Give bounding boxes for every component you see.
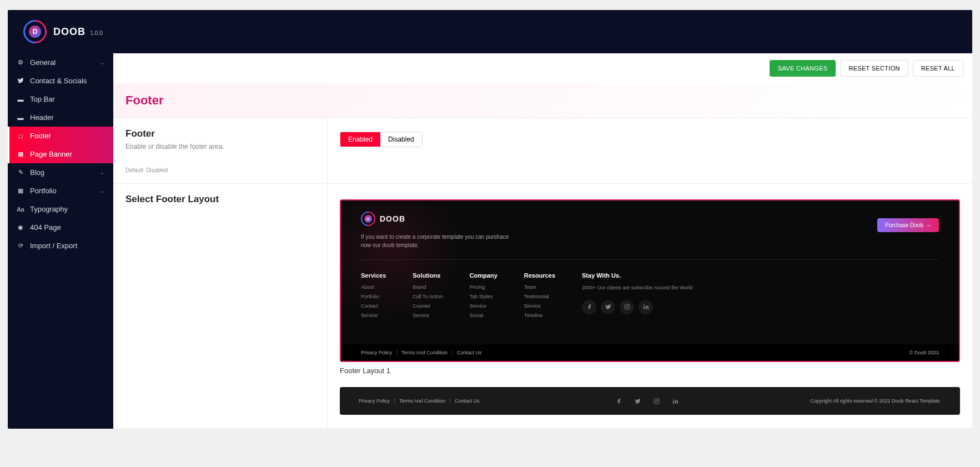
preview-link[interactable]: Team (524, 284, 555, 290)
toggle-footer-enable: Enabled Disabled (340, 132, 423, 147)
preview2-copyright: Copyright All rights reserved © 2022 Doo… (810, 398, 941, 404)
sidebar-item-404[interactable]: ◉ 404 Page (8, 218, 113, 237)
facebook-icon[interactable] (582, 300, 596, 314)
facebook-icon[interactable] (612, 394, 626, 408)
laptop-icon: □ (17, 133, 24, 139)
social-icons-2 (612, 394, 683, 408)
minus-icon: ▬ (17, 96, 24, 103)
sidebar-item-header[interactable]: ▬ Header (8, 108, 113, 127)
preview-logo: D DOOB (361, 212, 516, 226)
preview-link[interactable]: Contact (361, 303, 386, 309)
edit-icon: ✎ (17, 169, 24, 176)
option-title: Footer (125, 128, 315, 139)
toggle-disabled[interactable]: Disabled (380, 132, 422, 147)
layout-preview-1[interactable]: D DOOB If you want to create a corporate… (340, 199, 960, 415)
sidebar-item-label: Import / Export (30, 242, 77, 250)
preview-link[interactable]: Social (470, 313, 497, 318)
twitter-icon[interactable] (601, 300, 615, 314)
linkedin-icon[interactable] (639, 300, 653, 314)
sidebar-item-topbar[interactable]: ▬ Top Bar (8, 90, 113, 108)
preview-copyright: © Doob 2022 (909, 350, 939, 355)
col-stay: Stay With Us. 2000+ Our clients are subs… (582, 272, 939, 322)
section-title: Footer (113, 83, 972, 118)
footer-link[interactable]: Terms And Condition (397, 350, 453, 355)
image-icon: ▦ (17, 150, 24, 158)
sidebar-item-label: 404 Page (30, 223, 61, 232)
sidebar-item-typography[interactable]: Aa Typography (8, 200, 113, 218)
footer-link[interactable]: Privacy Policy (361, 350, 397, 355)
toggle-enabled[interactable]: Enabled (340, 132, 380, 147)
option-footer-enable: Footer Enable or disable the footer area… (113, 118, 972, 184)
footer-link[interactable]: Contact Us (450, 398, 484, 404)
eye-icon: ◉ (17, 224, 24, 231)
twitter-icon (17, 77, 24, 85)
main-content: SAVE CHANGES RESET SECTION RESET ALL Foo… (113, 53, 972, 429)
col-title: Resources (524, 272, 555, 279)
option-desc: Enable or disable the footer area. (125, 143, 315, 150)
svg-rect-3 (654, 398, 659, 403)
refresh-icon: ⟳ (17, 242, 24, 249)
preview-link[interactable]: Timeline (524, 313, 555, 318)
preview-link[interactable]: Service (524, 303, 555, 309)
linkedin-icon[interactable] (669, 394, 683, 408)
preview-link[interactable]: Call To Action (413, 294, 443, 299)
minus-icon: ▬ (17, 114, 24, 121)
preview-link[interactable]: Service (413, 313, 443, 318)
preview-link[interactable]: Testimonial (524, 294, 555, 299)
footer-link[interactable]: Privacy Policy (359, 398, 395, 404)
sidebar-item-label: Typography (30, 205, 68, 213)
logo: D DOOB 1.0.0 (23, 20, 103, 43)
sidebar-item-label: Page Banner (30, 150, 72, 158)
footer-link[interactable]: Contact Us (453, 350, 486, 355)
sidebar-item-footer[interactable]: □ Footer (8, 127, 113, 145)
preview-bottom-bar: Privacy Policy Terms And Condition Conta… (341, 344, 959, 361)
preview-link[interactable]: Pricing (470, 284, 497, 290)
save-button[interactable]: SAVE CHANGES (770, 60, 836, 77)
sidebar-item-contact[interactable]: Contact & Socials (8, 72, 113, 90)
app-version: 1.0.0 (90, 30, 102, 36)
preview-link[interactable]: Brand (413, 284, 443, 290)
sidebar-item-label: General (30, 58, 56, 67)
app-header: D DOOB 1.0.0 (8, 10, 972, 53)
footer-preview-card-2[interactable]: Privacy Policy Terms And Condition Conta… (340, 387, 960, 415)
preview-footer-links: Privacy Policy Terms And Condition Conta… (361, 350, 486, 355)
sidebar-item-blog[interactable]: ✎ Blog ⌄ (8, 163, 113, 182)
preview-link[interactable]: Service (470, 303, 497, 309)
col-company: Company Pricing Tab Styles Service Socia… (470, 272, 497, 322)
twitter-icon[interactable] (631, 394, 645, 408)
footer-preview-card-1: D DOOB If you want to create a corporate… (340, 199, 960, 362)
arrow-right-icon: → (926, 222, 931, 228)
preview-link[interactable]: About (361, 284, 386, 290)
svg-point-1 (626, 306, 628, 308)
sidebar: ⚙ General ⌄ Contact & Socials ▬ Top Bar … (8, 53, 113, 429)
preview-link[interactable]: Counter (413, 303, 443, 309)
sidebar-item-import-export[interactable]: ⟳ Import / Export (8, 237, 113, 255)
reset-section-button[interactable]: RESET SECTION (840, 60, 908, 77)
instagram-icon[interactable] (650, 394, 664, 408)
option-footer-layout: Select Footer Layout D DOOB I (113, 184, 972, 429)
col-solutions: Solutions Brand Call To Action Counter S… (413, 272, 443, 322)
sidebar-item-general[interactable]: ⚙ General ⌄ (8, 53, 113, 72)
sidebar-item-label: Footer (30, 132, 51, 140)
col-title: Solutions (413, 272, 443, 279)
col-services: Services About Portfolio Contact Service (361, 272, 386, 322)
preview-desc: If you want to create a corporate templa… (361, 233, 516, 249)
layout-label-1: Footer Layout 1 (340, 366, 960, 375)
instagram-icon[interactable] (620, 300, 634, 314)
app-body: ⚙ General ⌄ Contact & Socials ▬ Top Bar … (8, 53, 972, 429)
sidebar-item-portfolio[interactable]: ▦ Portfolio ⌄ (8, 182, 113, 200)
sidebar-item-label: Portfolio (30, 187, 57, 195)
svg-point-5 (657, 399, 658, 400)
sidebar-item-page-banner[interactable]: ▦ Page Banner (8, 145, 113, 163)
preview-link[interactable]: Portfolio (361, 294, 386, 299)
reset-all-button[interactable]: RESET ALL (913, 60, 963, 77)
preview-link[interactable]: Service (361, 313, 386, 318)
purchase-label: Purchase Doob (885, 222, 923, 228)
purchase-button[interactable]: Purchase Doob → (877, 218, 939, 232)
app-name: DOOB (53, 26, 86, 37)
svg-rect-0 (624, 304, 629, 309)
toolbar: SAVE CHANGES RESET SECTION RESET ALL (113, 53, 972, 83)
preview-link[interactable]: Tab Styles (470, 294, 497, 299)
app-container: D DOOB 1.0.0 ⚙ General ⌄ Contact & Socia… (8, 10, 972, 429)
footer-link[interactable]: Terms And Condition (395, 398, 450, 404)
